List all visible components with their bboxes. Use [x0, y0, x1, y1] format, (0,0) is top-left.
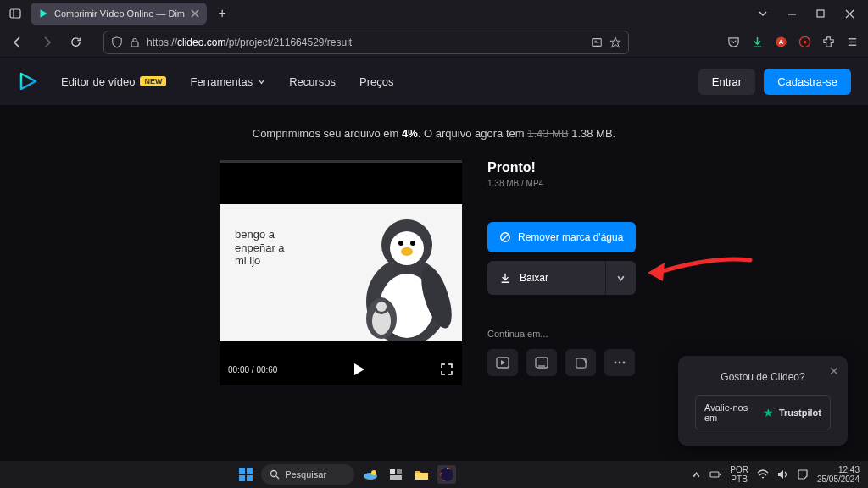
signup-button[interactable]: Cadastra-se — [764, 69, 851, 95]
continue-tool-3[interactable] — [565, 349, 596, 376]
tray-volume-icon[interactable] — [777, 469, 788, 480]
tab-favicon-icon — [37, 8, 49, 19]
no-symbol-icon — [499, 231, 511, 243]
window-close-icon[interactable] — [843, 7, 856, 20]
browser-tab[interactable]: Comprimir Vídeo Online — Dim — [31, 3, 207, 25]
continue-tool-2[interactable] — [526, 349, 557, 376]
popup-close-icon[interactable]: ✕ — [829, 364, 839, 378]
svg-rect-42 — [247, 468, 253, 474]
svg-rect-50 — [397, 469, 402, 474]
svg-point-38 — [619, 362, 621, 364]
shield-icon — [111, 36, 123, 48]
site-header: Editor de vídeoNEW Ferramentas Recursos … — [0, 58, 868, 105]
clideo-logo-icon[interactable] — [17, 71, 37, 92]
lock-icon — [130, 37, 140, 47]
play-button-icon[interactable] — [350, 361, 367, 378]
nav-editor[interactable]: Editor de vídeoNEW — [61, 75, 166, 88]
tabs-dropdown-icon[interactable] — [756, 7, 770, 20]
meme-text: bengo a enpeñar a mi ijo — [235, 228, 285, 268]
svg-point-21 — [398, 241, 403, 246]
svg-rect-51 — [390, 475, 402, 480]
taskbar-explorer-icon[interactable] — [412, 465, 431, 484]
new-tab-button[interactable]: + — [212, 3, 232, 24]
svg-line-46 — [276, 476, 279, 479]
tray-language[interactable]: PORPTB — [730, 465, 748, 484]
svg-point-23 — [401, 247, 413, 256]
video-progress-track[interactable] — [220, 160, 462, 163]
bookmark-star-icon[interactable] — [609, 36, 621, 48]
download-icon[interactable] — [749, 35, 765, 50]
svg-point-27 — [376, 302, 387, 312]
svg-marker-29 — [354, 363, 364, 375]
remove-watermark-button[interactable]: Remover marca d'água — [487, 222, 636, 252]
start-button-icon[interactable] — [237, 466, 254, 483]
video-time: 00:00 / 00:60 — [228, 365, 277, 374]
trustpilot-review-button[interactable]: Avalie-nos em ★ Trustpilot — [695, 395, 831, 430]
nav-precos[interactable]: Preços — [359, 75, 393, 88]
svg-rect-4 — [817, 10, 824, 17]
svg-rect-43 — [239, 475, 245, 481]
window-minimize-icon[interactable] — [785, 7, 798, 20]
svg-line-31 — [503, 235, 509, 241]
svg-rect-5 — [131, 42, 138, 47]
chevron-down-icon — [258, 78, 265, 86]
url-text: https://clideo.com/pt/project/211664529/… — [147, 36, 352, 48]
download-button[interactable]: Baixar — [487, 261, 636, 295]
svg-marker-2 — [41, 9, 47, 17]
svg-rect-49 — [390, 469, 395, 474]
address-bar: https://clideo.com/pt/project/211664529/… — [0, 27, 868, 58]
extension-icon-1[interactable] — [797, 35, 812, 50]
taskbar-search[interactable]: Pesquisar — [261, 464, 354, 485]
windows-taskbar: Pesquisar PORPTB 12:4325/05/2024 — [0, 461, 868, 488]
svg-point-22 — [410, 241, 415, 246]
nav-reload-icon[interactable] — [66, 33, 85, 52]
svg-rect-41 — [239, 468, 245, 474]
taskbar-weather-icon[interactable] — [361, 465, 380, 484]
tray-notifications-icon[interactable] — [797, 469, 809, 480]
tray-battery-icon[interactable] — [709, 469, 721, 480]
trustpilot-star-icon: ★ — [763, 406, 774, 419]
svg-rect-54 — [710, 472, 719, 477]
tray-wifi-icon[interactable] — [757, 469, 769, 480]
svg-text:A: A — [778, 38, 783, 46]
svg-rect-52 — [415, 473, 428, 480]
svg-point-37 — [615, 362, 617, 364]
fullscreen-icon[interactable] — [440, 363, 453, 376]
svg-rect-0 — [10, 9, 20, 18]
adblock-icon[interactable]: A — [773, 35, 788, 50]
search-icon — [270, 469, 280, 480]
continue-more-button[interactable] — [604, 349, 635, 376]
svg-point-12 — [803, 41, 806, 44]
svg-point-48 — [371, 470, 376, 475]
nav-back-icon[interactable] — [8, 33, 27, 52]
window-maximize-icon[interactable] — [814, 7, 827, 20]
browser-tab-bar: Comprimir Vídeo Online — Dim + — [0, 0, 868, 27]
svg-rect-44 — [247, 475, 253, 481]
nav-ferramentas[interactable]: Ferramentas — [190, 75, 265, 88]
svg-rect-55 — [720, 474, 721, 475]
tray-clock[interactable]: 12:4325/05/2024 — [817, 465, 860, 484]
video-player[interactable]: bengo a enpeñar a mi ijo — [220, 160, 462, 385]
login-button[interactable]: Entrar — [698, 69, 755, 95]
sidebar-toggle-icon[interactable] — [5, 3, 25, 24]
tab-close-icon[interactable] — [190, 8, 200, 19]
compression-status: Comprimimos seu arquivo em 4%. O arquivo… — [34, 127, 834, 140]
url-input[interactable]: https://clideo.com/pt/project/211664529/… — [103, 30, 629, 54]
nav-recursos[interactable]: Recursos — [289, 75, 336, 88]
continue-tool-1[interactable] — [487, 349, 518, 376]
video-frame: bengo a enpeñar a mi ijo — [220, 204, 462, 341]
reader-mode-icon[interactable] — [591, 36, 603, 48]
taskbar-firefox-icon[interactable] — [437, 465, 456, 484]
penguin-illustration — [318, 204, 462, 341]
file-meta: 1.38 MB / MP4 — [487, 179, 648, 188]
tray-chevron-icon[interactable] — [692, 470, 701, 480]
continue-label: Continua em... — [487, 329, 648, 339]
svg-point-39 — [623, 362, 626, 364]
ready-title: Pronto! — [487, 160, 648, 175]
extensions-icon[interactable] — [821, 35, 836, 50]
taskbar-taskview-icon[interactable] — [387, 465, 405, 484]
pocket-icon[interactable] — [726, 35, 741, 50]
download-dropdown-button[interactable] — [605, 261, 636, 295]
svg-point-45 — [271, 471, 277, 477]
app-menu-icon[interactable] — [844, 35, 860, 50]
